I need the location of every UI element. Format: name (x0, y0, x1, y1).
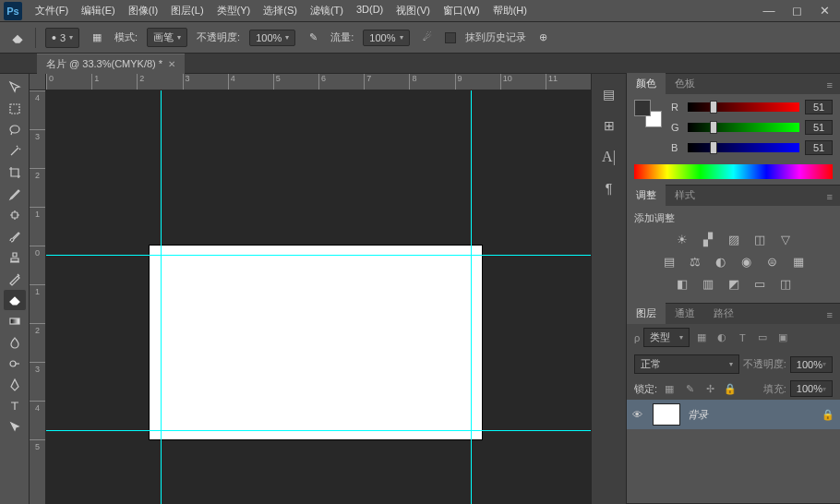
menu-help[interactable]: 帮助(H) (487, 2, 533, 19)
brush-tool[interactable] (4, 226, 26, 246)
menu-select[interactable]: 选择(S) (258, 2, 303, 19)
filter-type-icon[interactable]: T (734, 330, 750, 345)
eyedropper-tool[interactable] (4, 184, 26, 204)
maximize-button[interactable]: ◻ (785, 4, 809, 18)
r-value[interactable]: 51 (805, 100, 833, 114)
photo-filter-icon[interactable]: ◉ (738, 253, 756, 270)
minimize-button[interactable]: ― (757, 4, 781, 18)
lock-all-icon[interactable]: 🔒 (722, 381, 738, 396)
tab-channels[interactable]: 通道 (666, 303, 704, 324)
menu-3d[interactable]: 3D(D) (351, 2, 389, 19)
b-value[interactable]: 51 (805, 140, 833, 155)
tab-layers[interactable]: 图层 (627, 303, 666, 324)
lock-position-icon[interactable]: ✢ (702, 381, 718, 396)
levels-icon[interactable]: ▞ (699, 231, 717, 247)
path-select-tool[interactable] (4, 417, 26, 438)
eraser-tool-icon[interactable] (9, 30, 26, 46)
type-tool[interactable] (4, 396, 26, 416)
close-tab-icon[interactable]: ✕ (168, 59, 175, 69)
selective-icon[interactable]: ◫ (776, 275, 795, 292)
threshold-icon[interactable]: ◩ (725, 275, 743, 292)
r-slider[interactable] (688, 102, 799, 112)
filter-shape-icon[interactable]: ▭ (754, 330, 771, 345)
hue-icon[interactable]: ▤ (660, 253, 678, 270)
guide-vertical[interactable] (161, 90, 162, 504)
layer-name[interactable]: 背录 (688, 408, 814, 422)
lock-transparency-icon[interactable]: ▦ (661, 381, 678, 396)
eraser-tool[interactable] (4, 290, 26, 310)
tab-styles[interactable]: 样式 (666, 185, 704, 206)
airbrush-icon[interactable]: ☄ (419, 30, 436, 46)
artboard[interactable] (150, 246, 482, 439)
channel-mixer-icon[interactable]: ⊜ (763, 253, 782, 270)
menu-layer[interactable]: 图层(L) (165, 2, 209, 19)
pen-tool[interactable] (4, 375, 26, 395)
lasso-tool[interactable] (4, 120, 26, 140)
canvas-area[interactable]: 01234567891011 4321012345 (30, 74, 591, 504)
filter-pixel-icon[interactable]: ▦ (693, 330, 710, 345)
pressure-size-icon[interactable]: ⊕ (535, 30, 552, 46)
history-panel-icon[interactable]: ▤ (598, 83, 620, 105)
dodge-tool[interactable] (4, 354, 26, 374)
b-slider[interactable] (688, 143, 799, 152)
layer-thumbnail[interactable] (653, 403, 680, 426)
gradient-tool[interactable] (4, 311, 26, 331)
crop-tool[interactable] (4, 162, 26, 183)
flow-dropdown[interactable]: 100% (363, 30, 409, 46)
document-tab[interactable]: 名片 @ 33.3%(CMYK/8) * ✕ (37, 54, 185, 74)
ruler-horizontal[interactable]: 01234567891011 (46, 74, 591, 90)
guide-horizontal[interactable] (46, 430, 591, 431)
blend-mode-dropdown[interactable]: 正常 (634, 354, 739, 374)
filter-smart-icon[interactable]: ▣ (774, 330, 791, 345)
character-panel-icon[interactable]: ⊞ (598, 114, 620, 137)
g-slider[interactable] (688, 123, 799, 132)
opacity-dropdown[interactable]: 100% (249, 30, 295, 46)
vibrance-icon[interactable]: ▽ (776, 231, 795, 247)
exposure-icon[interactable]: ◫ (750, 231, 769, 247)
menu-filter[interactable]: 滤镜(T) (305, 2, 349, 19)
curves-icon[interactable]: ▨ (725, 231, 743, 247)
stamp-tool[interactable] (4, 247, 26, 268)
menu-view[interactable]: 视图(V) (390, 2, 436, 19)
layer-item[interactable]: 👁 背录 🔒 (627, 400, 840, 429)
ruler-origin[interactable] (30, 74, 46, 90)
panel-menu-icon[interactable]: ≡ (820, 76, 840, 94)
filter-kind-dropdown[interactable]: 类型 (643, 328, 690, 347)
menu-file[interactable]: 文件(F) (30, 2, 74, 19)
lock-icon[interactable]: 🔒 (822, 409, 834, 421)
invert-icon[interactable]: ◧ (673, 275, 691, 292)
balance-icon[interactable]: ⚖ (686, 253, 704, 270)
history-brush-tool[interactable] (4, 269, 26, 289)
bw-icon[interactable]: ◐ (712, 253, 730, 270)
blur-tool[interactable] (4, 332, 26, 353)
tab-adjustments[interactable]: 调整 (627, 185, 666, 206)
guide-horizontal[interactable] (46, 255, 591, 256)
menu-type[interactable]: 类型(Y) (211, 2, 257, 19)
layer-opacity-dropdown[interactable]: 100% (790, 356, 833, 373)
posterize-icon[interactable]: ▥ (699, 275, 717, 292)
visibility-toggle-icon[interactable]: 👁 (632, 409, 645, 420)
brush-size-dropdown[interactable]: •3 (45, 28, 79, 48)
lock-paint-icon[interactable]: ✎ (681, 381, 698, 396)
panel-menu-icon[interactable]: ≡ (820, 306, 840, 324)
brightness-icon[interactable]: ☀ (673, 231, 691, 247)
close-button[interactable]: ✕ (812, 4, 836, 18)
gradient-map-icon[interactable]: ▭ (750, 275, 769, 292)
lookup-icon[interactable]: ▦ (789, 253, 808, 270)
fill-dropdown[interactable]: 100% (790, 380, 833, 397)
move-tool[interactable] (4, 78, 26, 98)
panel-menu-icon[interactable]: ≡ (820, 187, 840, 206)
menu-edit[interactable]: 编辑(E) (76, 2, 121, 19)
styles-panel-icon[interactable]: ¶ (598, 177, 620, 199)
guide-vertical[interactable] (471, 90, 472, 504)
marquee-tool[interactable] (4, 99, 26, 119)
mode-dropdown[interactable]: 画笔 (147, 28, 187, 47)
brush-panel-toggle[interactable]: ▦ (89, 30, 105, 46)
menu-image[interactable]: 图像(I) (123, 2, 163, 19)
tab-swatches[interactable]: 色板 (666, 73, 704, 94)
pressure-opacity-icon[interactable]: ✎ (305, 30, 321, 46)
magic-wand-tool[interactable] (4, 141, 26, 162)
tab-color[interactable]: 颜色 (627, 73, 666, 94)
filter-adjust-icon[interactable]: ◐ (714, 330, 730, 345)
paragraph-panel-icon[interactable]: A| (598, 146, 620, 168)
